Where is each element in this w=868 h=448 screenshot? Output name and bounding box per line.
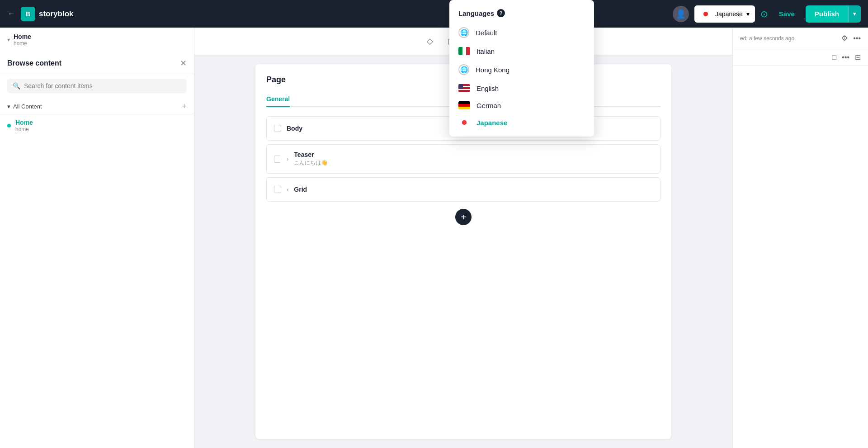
language-item-default[interactable]: 🌐 Default xyxy=(449,23,594,42)
block-row-grid: › Grid xyxy=(267,178,660,201)
publish-dropdown-button[interactable]: ▾ xyxy=(848,5,861,23)
all-content-left: ▾ All Content xyxy=(7,103,42,110)
italian-flag-icon xyxy=(458,47,470,55)
all-content-row: ▾ All Content + xyxy=(0,99,194,114)
block-row-teaser: › Teaser こんにちは👋 xyxy=(267,145,660,173)
globe-icon-hk: 🌐 xyxy=(458,64,469,75)
block-title-body: Body xyxy=(287,125,302,132)
all-content-chevron-icon[interactable]: ▾ xyxy=(7,103,10,110)
help-icon[interactable]: ? xyxy=(497,9,505,17)
selected-language-label: Japanese xyxy=(715,10,743,18)
language-item-english[interactable]: English xyxy=(449,80,594,97)
status-text: ed: a few seconds ago xyxy=(740,35,794,42)
breadcrumb-title: Home xyxy=(14,33,31,40)
globe-icon: 🌐 xyxy=(458,27,469,38)
more-options-icon[interactable]: ••• xyxy=(853,34,861,42)
split-view-icon[interactable]: ⊟ xyxy=(855,53,861,61)
publish-button[interactable]: Publish xyxy=(806,5,848,23)
right-panel-toolbar: □ ••• ⊟ xyxy=(733,49,868,66)
navbar: ← B storyblok 👤 Japanese ▾ ⊙ Save Publis… xyxy=(0,0,868,28)
right-panel-actions: ⚙ ••• xyxy=(841,34,861,42)
breadcrumb: ▾ Home home xyxy=(0,28,194,52)
logo: B storyblok xyxy=(21,7,74,21)
sidebar: ▾ Home home Browse content ✕ 🔍 ▾ All Con… xyxy=(0,28,194,448)
teaser-block: › Teaser こんにちは👋 xyxy=(266,144,660,174)
body-checkbox[interactable] xyxy=(274,125,281,132)
breadcrumb-chevron-icon[interactable]: ▾ xyxy=(7,37,10,43)
gear-icon[interactable]: ⚙ xyxy=(841,34,848,42)
teaser-checkbox[interactable] xyxy=(274,156,281,163)
language-item-german[interactable]: German xyxy=(449,97,594,114)
us-flag-icon xyxy=(458,84,470,92)
language-label-hongkong: Hong Kong xyxy=(476,66,509,74)
avatar[interactable]: 👤 xyxy=(673,6,689,22)
language-dropdown-menu: Languages ? 🌐 Default Italian 🌐 Hong Kon… xyxy=(449,0,594,137)
language-label-english: English xyxy=(476,85,499,92)
add-content-button[interactable]: + xyxy=(182,102,187,110)
all-content-label: All Content xyxy=(13,103,42,110)
language-label-italian: Italian xyxy=(476,47,495,55)
language-label-default: Default xyxy=(476,29,497,37)
add-block-button[interactable]: + xyxy=(455,209,472,225)
search-box[interactable]: 🔍 xyxy=(7,79,187,93)
languages-header: Languages ? xyxy=(449,5,594,23)
language-label-german: German xyxy=(476,102,501,109)
search-input[interactable] xyxy=(24,82,181,90)
japanese-flag-icon xyxy=(700,10,712,18)
breadcrumb-info: Home home xyxy=(14,33,31,47)
target-icon[interactable]: ⊙ xyxy=(760,9,768,19)
diamond-icon[interactable]: ◇ xyxy=(427,36,433,46)
languages-title: Languages xyxy=(458,9,494,17)
right-panel: ed: a few seconds ago ⚙ ••• □ ••• ⊟ xyxy=(732,28,868,448)
japanese-flag-icon-menu xyxy=(458,118,470,127)
nav-item-subtitle: home xyxy=(15,126,33,132)
language-selector-button[interactable]: Japanese ▾ xyxy=(694,5,755,23)
active-dot-icon xyxy=(7,124,11,127)
sidebar-item-home[interactable]: Home home xyxy=(0,114,194,137)
teaser-expand-icon[interactable]: › xyxy=(287,156,288,162)
logo-text: storyblok xyxy=(39,9,74,19)
grid-expand-icon[interactable]: › xyxy=(287,186,288,193)
block-title-grid: Grid xyxy=(294,186,307,193)
right-panel-header: ed: a few seconds ago ⚙ ••• xyxy=(733,28,868,49)
language-item-hongkong[interactable]: 🌐 Hong Kong xyxy=(449,60,594,80)
teaser-info: Teaser こんにちは👋 xyxy=(294,151,328,167)
save-button[interactable]: Save xyxy=(774,7,800,20)
block-title-teaser: Teaser xyxy=(294,151,328,158)
chevron-down-icon: ▾ xyxy=(746,10,750,18)
nav-item-info: Home home xyxy=(15,119,33,132)
language-item-italian[interactable]: Italian xyxy=(449,42,594,60)
grid-checkbox[interactable] xyxy=(274,186,281,193)
search-icon: 🔍 xyxy=(13,82,20,90)
tab-general[interactable]: General xyxy=(266,92,290,107)
nav-item-title: Home xyxy=(15,119,33,126)
browse-title: Browse content xyxy=(7,59,61,67)
desktop-view-icon[interactable]: □ xyxy=(832,53,837,61)
chevron-down-icon: ▾ xyxy=(853,10,856,17)
publish-group: Publish ▾ xyxy=(806,5,861,23)
browse-content-header: Browse content ✕ xyxy=(0,52,194,73)
breadcrumb-subtitle: home xyxy=(14,40,31,47)
language-label-japanese: Japanese xyxy=(476,119,507,127)
more-dots-icon[interactable]: ••• xyxy=(842,53,849,61)
grid-block: › Grid xyxy=(266,177,660,202)
back-button[interactable]: ← xyxy=(7,9,15,19)
block-subtitle-teaser: こんにちは👋 xyxy=(294,159,328,167)
logo-icon: B xyxy=(21,7,35,21)
german-flag-icon xyxy=(458,101,470,109)
close-button[interactable]: ✕ xyxy=(180,59,187,67)
main-layout: ▾ Home home Browse content ✕ 🔍 ▾ All Con… xyxy=(0,28,868,448)
language-item-japanese[interactable]: Japanese xyxy=(449,114,594,131)
